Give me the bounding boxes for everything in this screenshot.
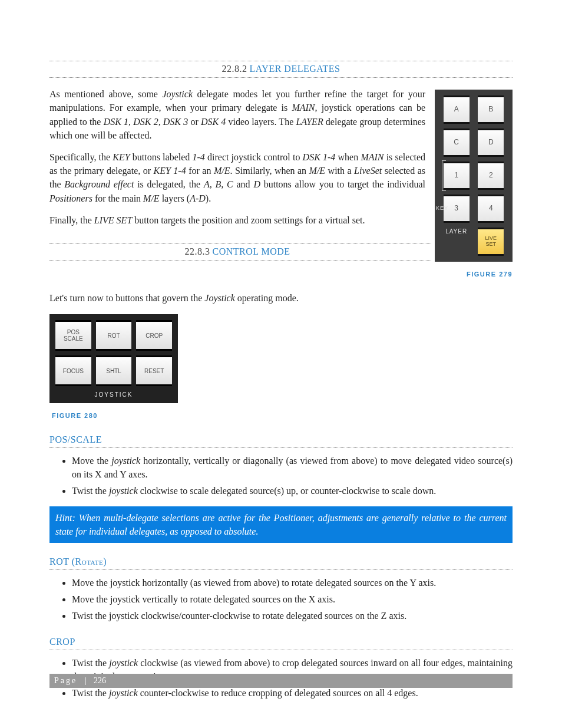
figure-279: A B C D 1 2 KEY 3 4 LAYER LIVE SET (435, 90, 513, 279)
section-heading-control-mode: 22.8.3 CONTROL MODE (49, 243, 431, 261)
page-footer: Page | 226 (49, 674, 513, 688)
panel-btn-4[interactable]: 4 (478, 195, 504, 223)
list-item: Move the joystick horizontally, vertical… (72, 454, 513, 481)
list-item: Move the joystick vertically to rotate d… (72, 592, 513, 606)
panel-btn-2[interactable]: 2 (478, 162, 504, 190)
hint-box: Hint: When multi-delegate selections are… (49, 506, 513, 543)
section-title: CONTROL MODE (212, 246, 290, 256)
section-heading-layer-delegates: 22.8.2 LAYER DELEGATES (49, 61, 513, 78)
joy-btn-rot[interactable]: ROT (96, 320, 132, 351)
panel-btn-a[interactable]: A (444, 95, 470, 124)
para-4: Let's turn now to buttons that govern th… (49, 291, 513, 305)
layer-key-panel: A B C D 1 2 KEY 3 4 LAYER LIVE SET (435, 90, 513, 262)
joy-btn-focus[interactable]: FOCUS (55, 355, 91, 386)
joy-btn-reset[interactable]: RESET (136, 355, 172, 386)
list-item: Twist the joystick counter-clockwise to … (72, 686, 513, 700)
sub-heading-rot: ROT (Rotate) (49, 555, 513, 570)
list-rot: Move the joystick horizontally (as viewe… (49, 576, 513, 623)
list-item: Move the joystick horizontally (as viewe… (72, 576, 513, 589)
footer-sep: | (85, 676, 87, 685)
joystick-label: JOYSTICK (55, 391, 172, 400)
sub-heading-pos-scale: POS/SCALE (49, 433, 513, 448)
footer-page-number: 226 (94, 676, 106, 685)
key-bracket (442, 160, 446, 191)
panel-btn-b[interactable]: B (478, 95, 504, 124)
panel-btn-d[interactable]: D (478, 129, 504, 157)
figure-279-caption: FIGURE 279 (435, 270, 513, 279)
key-label: KEY (436, 205, 448, 213)
joy-btn-pos-scale[interactable]: POS SCALE (55, 320, 91, 351)
joy-btn-shtl[interactable]: SHTL (96, 355, 132, 386)
joystick-mode-panel: POS SCALE ROT CROP FOCUS SHTL RESET JOYS… (49, 314, 178, 403)
section-number: 22.8.2 (222, 64, 247, 74)
list-item: Twist the joystick clockwise to scale de… (72, 484, 513, 498)
panel-btn-1[interactable]: 1 (444, 162, 470, 190)
footer-label: Page (54, 676, 77, 685)
list-item: Twist the joystick clockwise/counter-clo… (72, 609, 513, 622)
figure-280-caption: FIGURE 280 (52, 411, 513, 421)
panel-btn-c[interactable]: C (444, 129, 470, 157)
section-title: LAYER DELEGATES (249, 64, 340, 74)
list-pos-scale: Move the joystick horizontally, vertical… (49, 454, 513, 498)
panel-btn-live-set[interactable]: LIVE SET (478, 228, 504, 256)
layer-label: LAYER (444, 228, 470, 256)
section-number: 22.8.3 (184, 246, 210, 256)
joy-btn-crop[interactable]: CROP (136, 320, 172, 351)
sub-heading-crop: CROP (49, 635, 513, 650)
